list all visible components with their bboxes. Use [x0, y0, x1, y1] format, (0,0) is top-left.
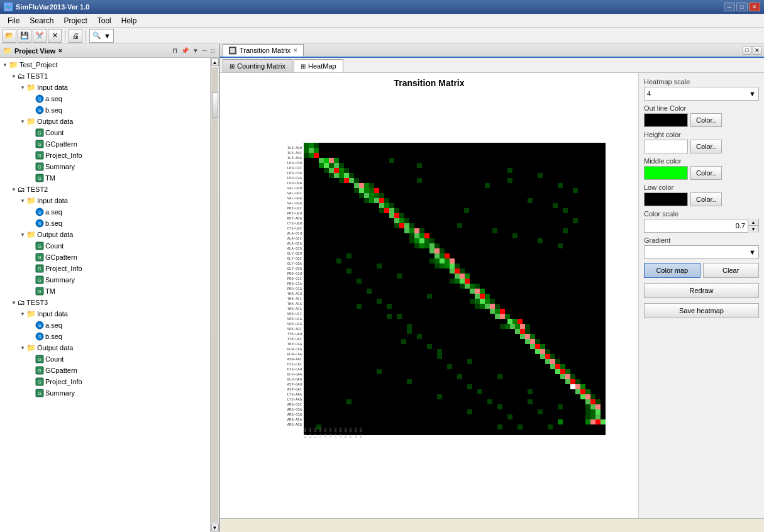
tree-item-test2_summary[interactable]: G Summary [0, 274, 210, 285]
svg-rect-153 [389, 208, 394, 213]
svg-text:GLU-GAG: GLU-GAG [287, 377, 301, 381]
tree-item-test3_input[interactable]: ▼ 📁 Input data [0, 308, 210, 319]
tree-item-test3_count[interactable]: G Count [0, 353, 210, 365]
panel-collapse-icon[interactable]: ⊓ [171, 47, 179, 55]
tree-item-test1_b_seq[interactable]: S b.seq [0, 104, 210, 116]
svg-rect-151 [379, 208, 384, 213]
panel-min-icon[interactable]: ─ [201, 47, 208, 55]
svg-rect-312 [346, 253, 352, 258]
tree-item-label: a.seq [45, 95, 62, 103]
menu-project[interactable]: Project [58, 15, 92, 26]
toolbar-cut[interactable]: ✂️ [33, 29, 47, 43]
tree-item-test_project[interactable]: ▼ 📁 Test_Project [0, 59, 210, 70]
menu-file[interactable]: File [3, 15, 25, 26]
toolbar-print[interactable]: 🖨 [69, 29, 82, 43]
tree-item-test1_projinfo[interactable]: G Project_Info [0, 150, 210, 161]
scroll-up-btn[interactable]: ▲ [211, 58, 219, 66]
tree-item-test3[interactable]: ▼ 🗂 TEST3 [0, 297, 210, 308]
svg-rect-269 [560, 364, 565, 369]
tree-item-test1_summary[interactable]: G Summary [0, 161, 210, 172]
tree-item-test1_output[interactable]: ▼ 📁 Output data [0, 116, 210, 127]
tree-item-test2[interactable]: ▼ 🗂 TEST2 [0, 184, 210, 195]
clear-btn[interactable]: Clear [703, 263, 760, 278]
svg-text:VAL-GUU: VAL-GUU [287, 186, 301, 190]
menu-tool[interactable]: Tool [92, 15, 116, 26]
svg-rect-253 [530, 339, 535, 344]
tree-scrollbar[interactable]: ▲ ▼ [210, 58, 219, 532]
tree-item-test1_tm[interactable]: G TM [0, 172, 210, 184]
toolbar-save[interactable]: 💾 [18, 29, 31, 43]
panel-close-icon[interactable]: ✕ [58, 48, 63, 54]
svg-rect-100 [309, 148, 314, 153]
spin-up-btn[interactable]: ▲ [748, 219, 758, 226]
panel-max-icon[interactable]: □ [209, 47, 216, 55]
tree-item-test3_projinfo[interactable]: G Project_Info [0, 376, 210, 387]
scroll-thumb[interactable] [212, 92, 218, 118]
tree-item-test2_gcpattern[interactable]: G GCpattern [0, 252, 210, 263]
svg-rect-251 [401, 339, 406, 344]
tree-item-test1[interactable]: ▼ 🗂 TEST1 [0, 70, 210, 82]
toolbar-open[interactable]: 📂 [3, 29, 16, 43]
menu-search[interactable]: Search [25, 15, 58, 26]
tab-close-area-btn[interactable]: ✕ [753, 46, 761, 55]
outline-color-btn[interactable]: Color.. [690, 113, 722, 127]
panel-menu-icon[interactable]: ▼ [191, 47, 200, 55]
tree-item-test1_gcpattern[interactable]: G GCpattern [0, 138, 210, 150]
tab-heatmap[interactable]: ⊞ HeatMap [294, 59, 343, 72]
tree-item-test3_gcpattern[interactable]: G GCpattern [0, 365, 210, 376]
svg-rect-239 [500, 324, 505, 329]
low-color-btn[interactable]: Color.. [690, 192, 722, 206]
height-color-btn[interactable]: Color.. [690, 140, 722, 153]
svg-text:ALA-GCG: ALA-GCG [287, 247, 301, 250]
tab-restore-btn[interactable]: □ [743, 46, 751, 55]
tab-counting-matrix[interactable]: ⊞ Counting Matrix [223, 59, 292, 72]
tree-item-test1_input[interactable]: ▼ 📁 Input data [0, 82, 210, 93]
tree-item-test2_input[interactable]: ▼ 📁 Input data [0, 195, 210, 206]
svg-rect-173 [424, 233, 429, 238]
tab-close-btn[interactable]: ✕ [293, 47, 298, 53]
svg-rect-223 [485, 299, 490, 304]
green-file-icon: G [35, 174, 44, 182]
tree-item-test3_output[interactable]: ▼ 📁 Output data [0, 342, 210, 353]
spin-down-btn[interactable]: ▼ [748, 226, 758, 233]
close-button[interactable]: ✕ [749, 3, 760, 11]
svg-rect-278 [575, 379, 580, 384]
gradient-dropdown[interactable]: ▼ [644, 245, 759, 259]
tree-item-test2_count[interactable]: G Count [0, 240, 210, 252]
tree-item-label: Count [45, 242, 64, 250]
heatmap-scale-dropdown[interactable]: 4 ▼ [644, 87, 759, 101]
menu-help[interactable]: Help [116, 15, 142, 26]
tree-item-test2_projinfo[interactable]: G Project_Info [0, 263, 210, 274]
tab-transition-matrix[interactable]: 🔲 Transition Matrix ✕ [223, 44, 304, 57]
tree-item-test3_b_seq[interactable]: S b.seq [0, 331, 210, 342]
tree-item-test3_a_seq[interactable]: S a.seq [0, 319, 210, 331]
svg-rect-217 [475, 294, 480, 299]
svg-text:LEU-CUC: LEU-CUC [287, 166, 301, 170]
toolbar-delete[interactable]: ✕ [48, 29, 62, 43]
minimize-button[interactable]: ─ [724, 3, 735, 11]
scroll-down-btn[interactable]: ▼ [211, 524, 219, 531]
tree-item-test3_summary[interactable]: G Summary [0, 387, 210, 399]
tree-item-test2_a_seq[interactable]: S a.seq [0, 206, 210, 218]
tree-item-test1_count[interactable]: G Count [0, 127, 210, 138]
green-file-icon: G [35, 264, 44, 273]
svg-rect-273 [560, 374, 565, 379]
save-heatmap-btn[interactable]: Save heatmap [644, 303, 759, 318]
panel-pin-icon[interactable]: 📌 [180, 47, 190, 55]
color-map-btn[interactable]: Color map [644, 263, 700, 278]
tree-item-test2_b_seq[interactable]: S b.seq [0, 218, 210, 229]
toolbar-search-dropdown[interactable]: 🔍 ▼ [89, 29, 114, 43]
redraw-btn[interactable]: Redraw [644, 283, 759, 298]
toolbar-dropdown-arrow: ▼ [104, 32, 111, 40]
color-scale-spinner[interactable]: 0.7 ▲ ▼ [644, 219, 759, 233]
svg-rect-152 [384, 208, 389, 213]
maximize-button[interactable]: □ [736, 3, 748, 11]
heatmap-tab-label: HeatMap [308, 62, 336, 70]
tree-item-test2_output[interactable]: ▼ 📁 Output data [0, 229, 210, 240]
svg-text:ARG-CGC: ARG-CGC [287, 402, 301, 406]
svg-rect-286 [585, 394, 590, 399]
svg-rect-310 [538, 238, 543, 243]
middle-color-btn[interactable]: Color.. [690, 166, 722, 180]
tree-item-test2_tm[interactable]: G TM [0, 285, 210, 297]
tree-item-test1_a_seq[interactable]: S a.seq [0, 93, 210, 104]
